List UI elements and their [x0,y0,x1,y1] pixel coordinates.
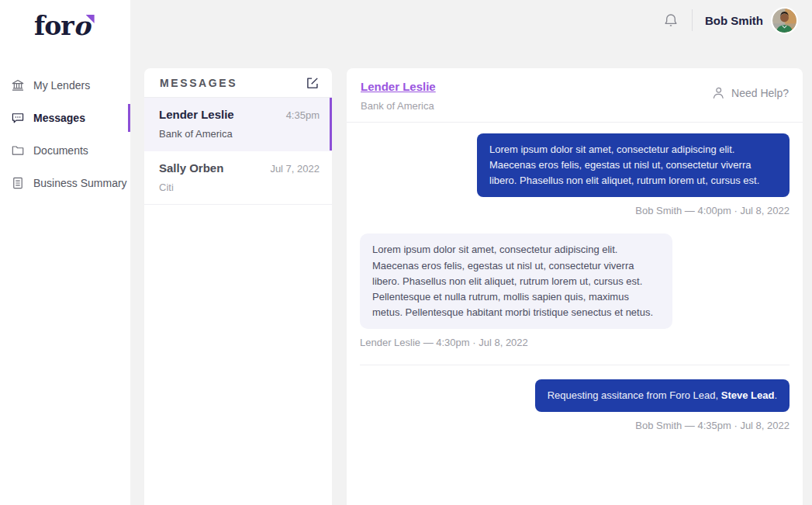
contact-name-link[interactable]: Lender Leslie [361,80,436,93]
need-help-button[interactable]: Need Help? [711,86,789,100]
sidebar-item-my-lenders[interactable]: My Lenders [0,69,130,102]
user-avatar-photo [772,9,796,33]
logo-text-main: for [34,11,74,41]
conversation-header: Lender Leslie Bank of America Need Help? [347,68,803,123]
conversation-name: Lender Leslie [159,108,234,121]
messages-list-panel: MESSAGES Lender Leslie 4:35pm Bank of Am… [144,68,332,505]
message-text: Requesting assitance from Foro Lead, [548,389,721,401]
conversation-time: Jul 7, 2022 [270,163,320,175]
messages-panel-title: MESSAGES [160,77,237,89]
conversation-list-item-lender-leslie[interactable]: Lender Leslie 4:35pm Bank of America [144,98,332,151]
message-row: Requesting assitance from Foro Lead, Ste… [360,379,790,431]
bank-icon [11,78,25,92]
conversation-item-row: Lender Leslie 4:35pm [159,108,320,121]
sidebar-item-label: Messages [33,112,85,124]
topbar-divider [692,9,693,31]
bell-icon [662,12,679,29]
message-meta: Bob Smith — 4:35pm · Jul 8, 2022 [635,420,790,431]
notifications-button[interactable] [662,12,679,29]
conversation-list-item-sally-orben[interactable]: Sally Orben Jul 7, 2022 Citi [144,151,332,205]
message-text: . [774,389,777,401]
user-name: Bob Smith [705,14,763,27]
message-thread: Lorem ipsum dolor sit amet, consectetur … [347,123,803,431]
contact-company: Bank of America [361,100,436,112]
conversation-panel: Lender Leslie Bank of America Need Help?… [347,68,803,505]
chat-bubble-icon [11,111,25,125]
sidebar: foro My Lenders Messages [0,0,130,505]
conversation-time: 4:35pm [286,109,320,121]
conversation-item-row: Sally Orben Jul 7, 2022 [159,161,320,175]
topbar: Bob Smith [130,0,812,40]
compose-message-button[interactable] [306,76,320,90]
message-bubble-outgoing: Lorem ipsum dolor sit amet, consectetur … [477,133,790,197]
conversation-name: Sally Orben [159,161,223,175]
sidebar-nav: My Lenders Messages Documents Busines [0,69,130,199]
message-bubble-incoming: Lorem ipsum dolor sit amet, consectetur … [360,233,672,329]
foro-logo[interactable]: foro [34,11,90,41]
folder-icon [11,144,25,157]
document-lines-icon [11,176,25,190]
messages-panel-header: MESSAGES [144,68,332,98]
conversation-company: Citi [159,182,320,193]
message-meta: Lender Leslie — 4:30pm · Jul 8, 2022 [360,337,528,348]
compose-icon [306,76,320,90]
spacer [360,216,790,233]
message-row: Lorem ipsum dolor sit amet, consectetur … [360,133,790,216]
selected-indicator-bar [330,98,332,150]
thread-divider [360,365,790,365]
message-row: Lorem ipsum dolor sit amet, consectetur … [360,233,790,348]
active-indicator-bar [128,104,130,132]
sidebar-item-messages[interactable]: Messages [0,102,130,134]
conversation-contact: Lender Leslie Bank of America [361,80,436,112]
sidebar-item-label: Documents [33,144,88,157]
sidebar-item-documents[interactable]: Documents [0,134,130,167]
user-avatar[interactable] [772,9,796,33]
message-bubble-outgoing: Requesting assitance from Foro Lead, Ste… [535,379,790,412]
sidebar-item-label: My Lenders [33,79,90,92]
sidebar-item-label: Business Summary [33,177,127,189]
foro-lead-name: Steve Lead [721,389,775,401]
need-help-label: Need Help? [731,87,789,99]
person-icon [711,86,725,100]
conversation-company: Bank of America [159,128,320,140]
sidebar-item-business-summary[interactable]: Business Summary [0,167,130,199]
message-meta: Bob Smith — 4:00pm · Jul 8, 2022 [635,205,790,216]
